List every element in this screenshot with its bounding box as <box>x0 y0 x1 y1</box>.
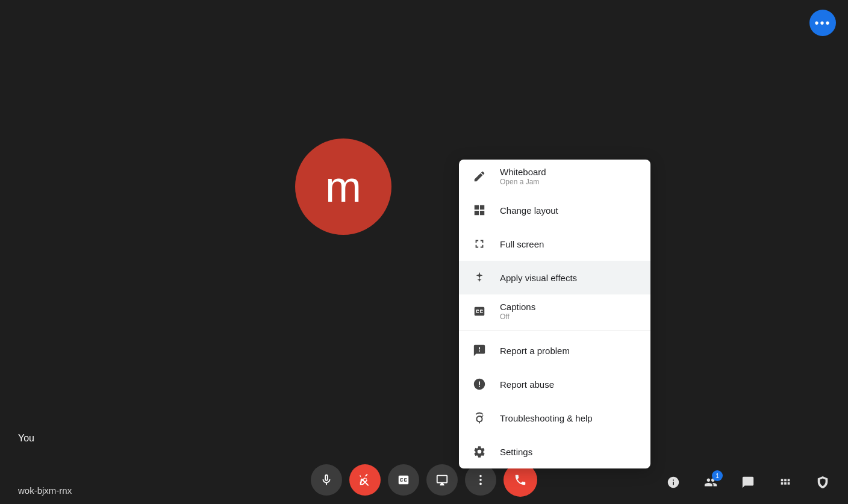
svg-point-2 <box>479 483 482 485</box>
cc-button[interactable] <box>388 464 419 496</box>
activities-button[interactable] <box>772 469 799 496</box>
right-toolbar: 1 <box>660 469 836 496</box>
present-button[interactable] <box>426 464 458 496</box>
camera-button[interactable] <box>349 464 381 496</box>
svg-point-0 <box>479 475 482 478</box>
you-label: You <box>18 433 34 444</box>
video-area: ••• m You wok-bjxm-rnx Whiteboard Open a… <box>0 0 848 504</box>
menu-item-change-layout[interactable]: Change layout <box>459 193 650 227</box>
menu-troubleshooting-label: Troubleshooting & help <box>500 413 593 423</box>
menu-report-abuse-label: Report abuse <box>500 379 554 390</box>
menu-whiteboard-label: Whiteboard <box>500 167 546 177</box>
context-menu: Whiteboard Open a Jam Change layout Full… <box>459 160 650 468</box>
menu-item-whiteboard[interactable]: Whiteboard Open a Jam <box>459 160 650 193</box>
menu-item-report-abuse[interactable]: Report abuse <box>459 367 650 401</box>
menu-report-problem-label: Report a problem <box>500 346 570 356</box>
pencil-icon <box>471 168 488 185</box>
menu-whiteboard-sublabel: Open a Jam <box>500 178 546 186</box>
more-dots-icon: ••• <box>814 17 831 29</box>
menu-fullscreen-label: Full screen <box>500 239 544 249</box>
troubleshoot-icon <box>471 409 488 426</box>
gear-icon <box>471 443 488 460</box>
layout-icon <box>471 202 488 219</box>
sparkle-icon <box>471 269 488 286</box>
people-button[interactable]: 1 <box>697 469 724 496</box>
more-button[interactable] <box>465 464 496 496</box>
menu-visual-effects-label: Apply visual effects <box>500 273 577 283</box>
menu-item-fullscreen[interactable]: Full screen <box>459 227 650 261</box>
avatar: m <box>295 138 391 235</box>
report-abuse-icon <box>471 376 488 393</box>
svg-point-1 <box>479 479 482 481</box>
menu-item-report-problem[interactable]: Report a problem <box>459 334 650 367</box>
menu-item-troubleshooting[interactable]: Troubleshooting & help <box>459 401 650 435</box>
captions-icon <box>471 303 488 320</box>
menu-captions-sublabel: Off <box>500 313 535 321</box>
more-options-top-button[interactable]: ••• <box>809 10 836 36</box>
menu-layout-label: Change layout <box>500 205 558 216</box>
fullscreen-icon <box>471 235 488 252</box>
chat-button[interactable] <box>735 469 761 496</box>
avatar-container: m <box>295 138 391 235</box>
menu-item-settings[interactable]: Settings <box>459 435 650 468</box>
info-button[interactable] <box>660 469 687 496</box>
report-problem-icon <box>471 342 488 359</box>
menu-item-visual-effects[interactable]: Apply visual effects <box>459 261 650 294</box>
host-controls-button[interactable] <box>809 469 836 496</box>
avatar-letter: m <box>325 165 361 208</box>
menu-item-captions[interactable]: Captions Off <box>459 294 650 328</box>
menu-settings-label: Settings <box>500 447 532 457</box>
menu-divider <box>459 331 650 331</box>
people-badge: 1 <box>712 470 723 481</box>
mic-button[interactable] <box>311 464 342 496</box>
menu-captions-label: Captions <box>500 302 535 312</box>
